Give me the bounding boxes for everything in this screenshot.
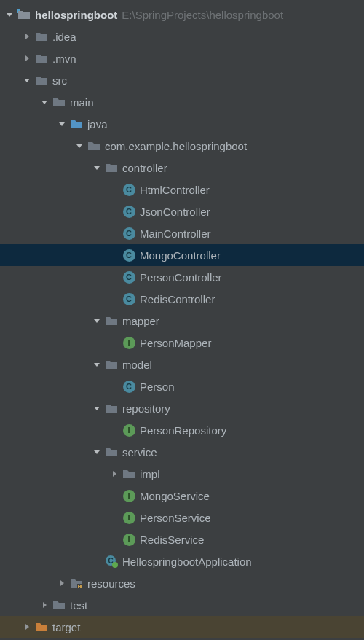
tree-row[interactable]: java (0, 113, 364, 135)
tree-row[interactable]: CHellospringbootApplication (0, 550, 364, 572)
tree-item-label: HtmlController (140, 184, 210, 196)
svg-rect-7 (78, 586, 82, 587)
interface-icon: I (122, 489, 135, 502)
interface-icon: I (122, 336, 135, 349)
tree-row[interactable]: CJsonController (0, 200, 364, 222)
class-icon: C (122, 249, 135, 262)
chevron-right-icon[interactable] (109, 469, 119, 479)
chevron-down-icon[interactable] (57, 119, 67, 129)
tree-row[interactable]: CHtmlController (0, 179, 364, 200)
tree-row[interactable]: model (0, 354, 364, 375)
tree-row[interactable]: CRedisController (0, 288, 364, 310)
project-tree[interactable]: hellospringbootE:\SpringProjects\hellosp… (0, 0, 364, 638)
folder-dark-icon (105, 445, 118, 458)
tree-row[interactable]: .idea (0, 26, 364, 47)
tree-item-label: MongoService (140, 490, 210, 502)
chevron-right-icon[interactable] (57, 578, 67, 588)
folder-dark-icon (105, 402, 118, 415)
folder-dark-icon (35, 74, 48, 87)
tree-item-label: model (122, 359, 152, 371)
tree-row[interactable]: impl (0, 463, 364, 485)
tree-row[interactable]: CMainController (0, 222, 364, 244)
chevron-down-icon[interactable] (92, 316, 102, 326)
tree-item-label: MongoController (140, 249, 221, 262)
tree-item-label: src (52, 74, 67, 87)
chevron-right-icon[interactable] (22, 53, 32, 63)
tree-row[interactable]: test (0, 594, 364, 616)
folder-dark-icon (35, 30, 48, 43)
tree-row[interactable]: CPersonController (0, 266, 364, 288)
tree-row[interactable]: .mvn (0, 47, 364, 69)
folder-dark-icon (52, 598, 66, 612)
folder-dark-icon (122, 467, 135, 480)
class-icon: C (122, 183, 135, 196)
tree-item-label: PersonService (140, 512, 211, 524)
tree-item-label: PersonRepository (140, 424, 226, 437)
folder-dark-icon (105, 358, 118, 371)
tree-item-label: test (70, 599, 87, 612)
chevron-down-icon[interactable] (22, 75, 32, 85)
tree-row[interactable]: IRedisService (0, 528, 364, 550)
class-icon: C (122, 380, 135, 393)
chevron-right-icon[interactable] (22, 622, 32, 632)
class-icon: C (122, 292, 135, 305)
project-root-icon (17, 8, 31, 21)
tree-item-label: target (52, 621, 80, 633)
svg-point-3 (112, 562, 118, 568)
tree-item-label: impl (140, 468, 160, 480)
project-path: E:\SpringProjects\hellospringboot (122, 9, 283, 21)
tree-item-label: hellospringboot (35, 9, 117, 21)
tree-row[interactable]: IPersonMapper (0, 332, 364, 354)
class-icon: C (122, 205, 135, 218)
interface-icon: I (122, 424, 135, 437)
tree-row[interactable]: com.example.hellospringboot (0, 135, 364, 157)
chevron-down-icon[interactable] (92, 163, 102, 173)
tree-row[interactable]: resources (0, 572, 364, 594)
chevron-down-icon[interactable] (74, 141, 84, 151)
chevron-down-icon[interactable] (92, 447, 102, 457)
interface-icon: I (122, 533, 135, 546)
tree-item-label: mapper (122, 315, 159, 327)
tree-item-label: controller (122, 162, 167, 174)
tree-row[interactable]: service (0, 441, 364, 463)
tree-row[interactable]: IMongoService (0, 485, 364, 507)
folder-orange-icon (35, 620, 48, 633)
chevron-right-icon[interactable] (39, 600, 50, 610)
tree-row[interactable]: hellospringbootE:\SpringProjects\hellosp… (0, 4, 364, 26)
tree-row[interactable]: CPerson (0, 375, 364, 397)
tree-item-label: RedisController (140, 293, 215, 305)
class-icon: C (122, 270, 135, 284)
chevron-down-icon[interactable] (4, 9, 15, 20)
tree-item-label: resources (87, 577, 135, 590)
tree-item-label: main (70, 96, 94, 109)
tree-row[interactable]: src (0, 69, 364, 91)
tree-item-label: JsonController (140, 206, 210, 218)
tree-item-label: MainController (140, 227, 211, 240)
folder-dark-icon (105, 314, 118, 327)
folder-blue-icon (70, 117, 83, 130)
tree-item-label: PersonMapper (140, 337, 211, 349)
interface-icon: I (122, 511, 135, 524)
tree-row[interactable]: IPersonRepository (0, 419, 364, 441)
tree-row[interactable]: CMongoController (0, 244, 364, 266)
resources-icon (70, 577, 83, 590)
chevron-down-icon[interactable] (92, 359, 102, 370)
tree-item-label: com.example.hellospringboot (105, 140, 247, 152)
folder-dark-icon (35, 52, 48, 65)
tree-item-label: .mvn (52, 52, 76, 65)
folder-dark-icon (87, 139, 100, 152)
tree-row[interactable]: target (0, 616, 364, 638)
tree-row[interactable]: main (0, 91, 364, 113)
tree-item-label: service (122, 446, 157, 458)
folder-dark-icon (105, 161, 118, 174)
tree-row[interactable]: mapper (0, 310, 364, 332)
tree-item-label: repository (122, 402, 170, 415)
tree-row[interactable]: controller (0, 157, 364, 179)
tree-item-label: java (87, 118, 108, 130)
tree-row[interactable]: IPersonService (0, 507, 364, 528)
tree-row[interactable]: repository (0, 397, 364, 419)
chevron-down-icon[interactable] (39, 97, 50, 107)
chevron-right-icon[interactable] (22, 31, 32, 42)
tree-item-label: HellospringbootApplication (122, 555, 252, 568)
chevron-down-icon[interactable] (92, 403, 102, 413)
